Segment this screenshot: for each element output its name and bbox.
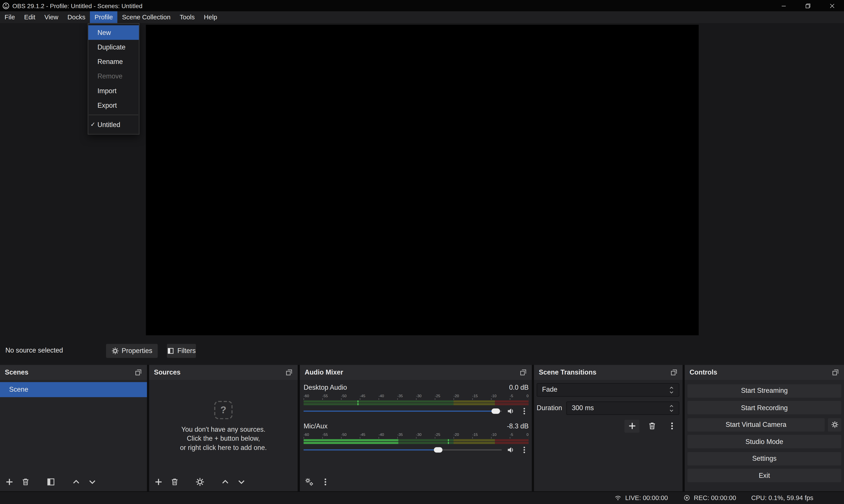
start-virtual-camera-button[interactable]: Start Virtual Camera [687, 418, 825, 431]
spinner-arrows-icon[interactable] [669, 404, 674, 412]
menu-profile[interactable]: Profile [90, 11, 118, 23]
tick-label: -45 [360, 394, 365, 397]
transition-menu-dots-icon[interactable] [664, 419, 679, 433]
scene-filters-icon[interactable] [47, 478, 56, 487]
volume-slider-handle[interactable] [491, 408, 500, 413]
source-properties-button[interactable] [195, 478, 205, 487]
tick-label: -15 [472, 432, 478, 436]
remove-scene-button[interactable] [21, 478, 30, 487]
obs-logo-icon [2, 2, 10, 10]
profile-menu-rename[interactable]: Rename [88, 54, 139, 69]
menu-file[interactable]: File [0, 11, 20, 23]
exit-button[interactable]: Exit [687, 469, 841, 482]
profile-dropdown-menu: New Duplicate Rename Remove Import Expor… [88, 23, 139, 134]
preview-canvas[interactable] [146, 25, 699, 336]
mixer-menu-dots-icon[interactable] [321, 478, 330, 487]
transition-select[interactable]: Fade [537, 383, 679, 396]
channel-name: Mic/Aux [304, 422, 327, 430]
transitions-dock-header: Scene Transitions [534, 365, 683, 380]
settings-button[interactable]: Settings [687, 452, 841, 465]
controls-dock: Controls Start Streaming Start Recording… [685, 365, 844, 491]
tick-label: -30 [416, 432, 422, 436]
sources-empty-state: ? You don't have any sources. Click the … [149, 380, 298, 473]
profile-menu-export[interactable]: Export [88, 98, 139, 112]
menu-tools[interactable]: Tools [175, 11, 199, 23]
add-source-button[interactable] [154, 478, 163, 487]
popout-icon[interactable] [670, 368, 678, 376]
mute-speaker-icon[interactable] [506, 407, 515, 415]
popout-icon[interactable] [520, 368, 527, 376]
meter-tick-marks [304, 398, 528, 400]
volume-slider-handle[interactable] [434, 447, 443, 452]
scenes-dock-header: Scenes [0, 365, 147, 380]
virtual-camera-settings-button[interactable] [828, 418, 841, 431]
tick-label: -55 [322, 432, 328, 436]
add-transition-button[interactable] [624, 419, 640, 433]
profile-name-label: Untitled [97, 121, 120, 128]
volume-meter [304, 400, 528, 402]
scenes-dock: Scenes Scene [0, 365, 147, 491]
menu-edit[interactable]: Edit [20, 11, 40, 23]
properties-button[interactable]: Properties [106, 344, 158, 358]
profile-menu-import[interactable]: Import [88, 84, 139, 98]
tick-label: -5 [510, 394, 513, 397]
mute-speaker-icon[interactable] [506, 445, 515, 454]
menubar: File Edit View Docks Profile Scene Colle… [0, 11, 844, 23]
restore-button[interactable] [796, 0, 820, 11]
move-scene-down-button[interactable] [88, 478, 97, 487]
profile-menu-duplicate[interactable]: Duplicate [88, 40, 139, 54]
tick-label: -35 [397, 394, 403, 397]
gear-icon [111, 347, 119, 355]
tick-label: -40 [379, 432, 384, 436]
filters-button[interactable]: Filters [167, 344, 196, 358]
rec-status: REC: 00:00:00 [683, 494, 736, 502]
popout-icon[interactable] [285, 368, 293, 376]
remove-source-button[interactable] [170, 478, 179, 487]
tick-label: -20 [453, 394, 459, 397]
record-status-icon [683, 494, 690, 502]
sources-list[interactable]: ? You don't have any sources. Click the … [149, 380, 298, 473]
tick-label: -50 [341, 432, 346, 436]
profile-menu-untitled[interactable]: ✓ Untitled [88, 118, 139, 132]
menu-scene-collection[interactable]: Scene Collection [118, 11, 175, 23]
close-button[interactable] [820, 0, 844, 11]
duration-input[interactable]: 300 ms [566, 401, 679, 415]
remove-transition-button[interactable] [644, 419, 660, 433]
move-scene-up-button[interactable] [72, 478, 81, 487]
start-recording-button[interactable]: Start Recording [687, 401, 841, 414]
window-title: OBS 29.1.2 - Profile: Untitled - Scenes:… [12, 2, 142, 9]
volume-slider[interactable] [304, 407, 502, 415]
tick-label: -60 [304, 432, 309, 436]
channel-menu-dots-icon[interactable] [520, 407, 528, 415]
studio-mode-button[interactable]: Studio Mode [687, 435, 841, 448]
volume-meter [304, 439, 528, 441]
move-source-up-button[interactable] [221, 478, 230, 487]
empty-text-line: You don't have any sources. [181, 426, 265, 433]
profile-menu-new[interactable]: New [88, 25, 139, 40]
popout-icon[interactable] [134, 368, 142, 376]
move-source-down-button[interactable] [237, 478, 246, 487]
controls-body: Start Streaming Start Recording Start Vi… [685, 380, 844, 491]
filters-icon [167, 347, 175, 355]
menu-view[interactable]: View [40, 11, 63, 23]
channel-menu-dots-icon[interactable] [520, 445, 528, 454]
start-streaming-button[interactable]: Start Streaming [687, 384, 841, 397]
tick-label: -55 [322, 394, 328, 397]
meter-tick-marks [304, 437, 528, 438]
tick-label: -35 [397, 432, 403, 436]
advanced-audio-gears-icon[interactable] [305, 478, 314, 487]
titlebar: OBS 29.1.2 - Profile: Untitled - Scenes:… [0, 0, 844, 11]
minimize-button[interactable] [771, 0, 796, 11]
tick-label: -40 [379, 394, 384, 397]
menu-help[interactable]: Help [199, 11, 222, 23]
scene-list-item[interactable]: Scene [0, 382, 147, 397]
add-scene-button[interactable] [5, 478, 14, 487]
empty-text-line: or right click here to add one. [180, 444, 267, 451]
mixer-dock-header: Audio Mixer [300, 365, 532, 380]
scenes-dock-title: Scenes [5, 368, 29, 376]
transitions-dock-title: Scene Transitions [539, 368, 596, 376]
menu-docks[interactable]: Docks [63, 11, 90, 23]
volume-slider[interactable] [304, 446, 502, 453]
popout-icon[interactable] [832, 368, 839, 376]
controls-dock-title: Controls [689, 368, 717, 376]
